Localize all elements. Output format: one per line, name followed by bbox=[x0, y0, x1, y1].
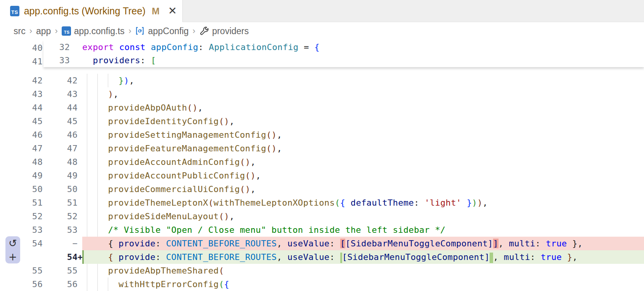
deleted-line: 54− { provide: CONTENT_BEFORE_ROUTES, us… bbox=[0, 237, 644, 250]
code-token: ) bbox=[272, 130, 277, 140]
code-token: } bbox=[567, 239, 577, 248]
code-token: , bbox=[277, 144, 282, 153]
code-token: : bbox=[414, 198, 419, 208]
code-token: { bbox=[314, 42, 320, 52]
original-line-number: 44 bbox=[0, 101, 43, 114]
breadcrumb-item-providers[interactable]: providers bbox=[199, 26, 249, 36]
close-icon[interactable]: ✕ bbox=[168, 6, 177, 16]
code-token: ( bbox=[208, 198, 214, 208]
modified-line-number: 50 bbox=[43, 182, 78, 196]
sticky-code: providers: [ bbox=[70, 54, 156, 67]
diff-sign bbox=[78, 196, 82, 210]
code-token: provideAccountAdminConfig bbox=[87, 157, 240, 167]
breadcrumb-item-app-config-ts[interactable]: TSapp.config.ts bbox=[62, 26, 125, 36]
code-content: { provide: CONTENT_BEFORE_ROUTES, useVal… bbox=[82, 250, 644, 264]
ts-file-icon: TS bbox=[62, 26, 71, 36]
code-token: provide bbox=[113, 239, 156, 248]
code-token: [ bbox=[151, 55, 156, 65]
code-token: : bbox=[535, 239, 541, 248]
code-token bbox=[419, 198, 425, 208]
code-token: multi bbox=[499, 252, 530, 262]
code-token: appConfig bbox=[145, 42, 198, 52]
code-content: provideAbpOAuth(), bbox=[82, 101, 644, 114]
modified-line-number: 54 bbox=[43, 250, 78, 264]
ts-file-icon: TS bbox=[10, 6, 19, 16]
code-line-49: 4949 provideAccountPublicConfig(), bbox=[0, 169, 644, 182]
diff-sign bbox=[78, 142, 82, 155]
symbol-variable-icon bbox=[135, 26, 145, 36]
sticky-line-32[interactable]: 32export const appConfig: ApplicationCon… bbox=[43, 41, 644, 54]
code-token: , bbox=[493, 252, 499, 262]
modified-line-number: 46 bbox=[43, 128, 78, 142]
breadcrumb-separator: › bbox=[192, 26, 195, 36]
indent-guide bbox=[97, 210, 98, 223]
code-content: provideAccountPublicConfig(), bbox=[82, 169, 644, 182]
code-token: , bbox=[198, 103, 203, 113]
code-token bbox=[335, 252, 340, 262]
code-token: provideAbpThemeShared bbox=[87, 266, 219, 275]
code-token: useValue bbox=[282, 252, 329, 262]
indent-guide bbox=[97, 74, 98, 87]
modified-line-number: 44 bbox=[43, 101, 78, 114]
breadcrumb-item-app[interactable]: app bbox=[36, 26, 51, 36]
code-line-52: 5252 provideSideMenuLayout(), bbox=[0, 210, 644, 223]
indent-guide bbox=[87, 264, 87, 277]
code-content: /* Visible "Open / Close menu" button in… bbox=[82, 223, 644, 237]
code-token: ( bbox=[240, 184, 245, 194]
code-line-55: 5555 provideAbpThemeShared( bbox=[0, 264, 644, 277]
code-token: ) bbox=[245, 157, 251, 167]
modified-line-number: 47 bbox=[43, 142, 78, 155]
code-token: provideAbpOAuth bbox=[87, 103, 187, 113]
code-content: provideThemeLeptonX(withThemeLeptonXOpti… bbox=[82, 196, 644, 210]
original-line-number: 48 bbox=[0, 155, 43, 169]
code-token: , bbox=[256, 171, 261, 180]
code-token: ) bbox=[245, 184, 251, 194]
code-token: 'light' bbox=[424, 198, 461, 208]
discard-change-button[interactable]: ↺ bbox=[5, 236, 20, 250]
original-line-number: 46 bbox=[0, 128, 43, 142]
code-token: ( bbox=[245, 171, 251, 180]
breadcrumb-item-src[interactable]: src bbox=[14, 26, 26, 36]
sticky-scroll[interactable]: 32export const appConfig: ApplicationCon… bbox=[43, 40, 644, 67]
code-token: provideSettingManagementConfig bbox=[87, 130, 266, 140]
code-token: { bbox=[340, 198, 346, 208]
diff-sign bbox=[78, 128, 82, 142]
diff-sign bbox=[78, 223, 82, 237]
code-token: } bbox=[119, 76, 124, 85]
indent-guide bbox=[87, 114, 87, 128]
code-token: : bbox=[198, 42, 204, 52]
indent-guide bbox=[97, 264, 98, 277]
indent-guide bbox=[97, 114, 98, 128]
sticky-line-33[interactable]: 33 providers: [ bbox=[43, 54, 644, 67]
code-line-48: 4848 provideAccountAdminConfig(), bbox=[0, 155, 644, 169]
code-content: provideIdentityConfig(), bbox=[82, 114, 644, 128]
code-token: const bbox=[114, 42, 146, 52]
diff-sign bbox=[78, 169, 82, 182]
indent-guide bbox=[87, 74, 87, 87]
breadcrumb-label: app.config.ts bbox=[74, 26, 125, 36]
indent-guide bbox=[87, 223, 87, 237]
code-token bbox=[87, 239, 108, 248]
code-content: provideAccountAdminConfig(), bbox=[82, 155, 644, 169]
code-token: { bbox=[108, 252, 113, 262]
code-token: ) bbox=[472, 198, 478, 208]
code-token: ( bbox=[240, 157, 245, 167]
tab-app-config[interactable]: TS app.config.ts (Working Tree) M ✕ bbox=[0, 0, 182, 22]
code-content: provideSideMenuLayout(), bbox=[82, 210, 644, 223]
stage-change-button[interactable]: + bbox=[5, 250, 20, 263]
code-line-50: 5050 provideCommercialUiConfig(), bbox=[0, 182, 644, 196]
diff-editor: 4242 }),4343 ),4444 provideAbpOAuth(),45… bbox=[0, 40, 644, 291]
modified-line-number: 43 bbox=[43, 87, 78, 101]
original-line-number: 40 bbox=[0, 41, 43, 55]
sticky-line-number: 33 bbox=[43, 54, 70, 67]
modified-line-number: 42 bbox=[43, 74, 78, 87]
code-content: provideSettingManagementConfig(), bbox=[82, 128, 644, 142]
breadcrumb-item-appconfig[interactable]: appConfig bbox=[135, 26, 189, 36]
indent-guide bbox=[87, 142, 87, 155]
indent-guide bbox=[87, 169, 87, 182]
indent-guide bbox=[87, 128, 87, 142]
modified-line-number: 56 bbox=[43, 277, 78, 291]
code-line-51: 5151 provideThemeLeptonX(withThemeLepton… bbox=[0, 196, 644, 210]
code-token: , bbox=[499, 239, 504, 248]
indent-guide bbox=[87, 210, 87, 223]
